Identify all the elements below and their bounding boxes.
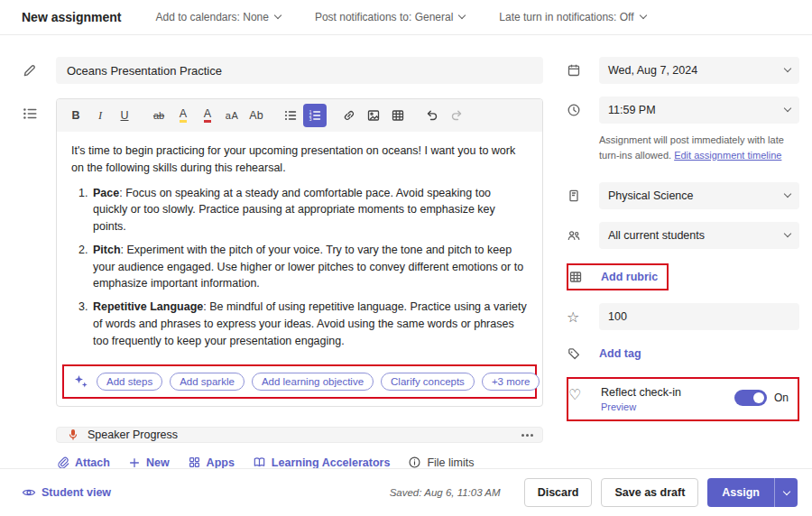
add-sparkle-pill[interactable]: Add sparkle <box>170 373 245 391</box>
redo-icon[interactable] <box>445 104 468 127</box>
add-learning-objective-pill[interactable]: Add learning objective <box>252 373 374 391</box>
chevron-down-icon <box>784 190 791 198</box>
assign-split-button: Assign <box>707 478 798 507</box>
reflect-preview-link[interactable]: Preview <box>601 401 734 412</box>
speaker-progress-icon <box>66 428 80 442</box>
editor-toolbar: B I U ab A A aA Ab 123 <box>57 99 542 132</box>
attachment-card[interactable]: Speaker Progress <box>56 427 543 443</box>
add-to-calendars-label: Add to calendars: None <box>155 11 268 23</box>
info-icon <box>408 456 421 469</box>
due-time-row: 11:59 PM <box>567 97 799 124</box>
heart-icon: ♡ <box>568 386 601 403</box>
list-item: Pitch: Experiment with the pitch of your… <box>91 242 528 292</box>
title-row <box>22 57 543 84</box>
insert-image-icon[interactable] <box>362 104 385 127</box>
students-select[interactable]: All current students <box>599 222 799 249</box>
insert-table-icon[interactable] <box>386 104 410 127</box>
more-options-icon[interactable] <box>521 434 533 437</box>
reflect-toggle[interactable] <box>734 390 767 406</box>
rich-text-editor: B I U ab A A aA Ab 123 <box>56 98 543 407</box>
chevron-down-icon <box>784 230 791 237</box>
pencil-icon <box>22 63 56 78</box>
attachment-name: Speaker Progress <box>88 428 178 441</box>
due-date-row: Wed, Aug 7, 2024 <box>567 57 799 84</box>
assign-button[interactable]: Assign <box>707 478 774 507</box>
tag-icon <box>567 346 599 361</box>
save-as-draft-button[interactable]: Save as draft <box>601 478 698 507</box>
apps-button[interactable]: Apps <box>188 456 235 469</box>
link-icon[interactable] <box>337 104 361 127</box>
timeline-note: Assignment will post immediately with la… <box>599 133 799 162</box>
due-date-select[interactable]: Wed, Aug 7, 2024 <box>599 57 799 84</box>
list-item: Repetitive Language: Be mindful of using… <box>91 299 528 349</box>
apps-grid-icon <box>188 456 201 469</box>
add-rubric-button[interactable]: Add rubric <box>601 271 658 283</box>
add-rubric-annotation-box: Add rubric <box>567 263 669 290</box>
assignment-form: B I U ab A A aA Ab 123 <box>22 35 543 468</box>
student-view-button[interactable]: Student view <box>22 485 111 500</box>
late-turnin-label: Late turn in notifications: Off <box>499 11 633 23</box>
people-icon <box>567 228 599 243</box>
assignment-title-input[interactable] <box>56 57 543 84</box>
main-content: B I U ab A A aA Ab 123 <box>0 35 812 468</box>
late-turnin-menu[interactable]: Late turn in notifications: Off <box>499 11 645 23</box>
new-button[interactable]: New <box>128 456 170 469</box>
clear-format-button[interactable]: Ab <box>245 104 268 127</box>
add-to-calendars-menu[interactable]: Add to calendars: None <box>155 11 280 23</box>
highlight-button[interactable]: A <box>171 104 195 127</box>
chevron-down-icon <box>782 488 789 495</box>
points-row: ☆ 100 <box>567 303 799 330</box>
reflect-annotation-box: ♡ Reflect check-in Preview On <box>567 377 799 421</box>
learning-accelerators-button[interactable]: Learning Accelerators <box>253 456 391 469</box>
reflect-info: Reflect check-in Preview <box>601 386 734 412</box>
points-field[interactable]: 100 <box>599 303 799 330</box>
clarify-concepts-pill[interactable]: Clarify concepts <box>381 373 475 391</box>
discard-button[interactable]: Discard <box>524 478 593 507</box>
calendar-icon <box>567 63 599 78</box>
toggle-state-label: On <box>774 392 789 404</box>
font-size-button[interactable]: aA <box>220 104 244 127</box>
add-steps-pill[interactable]: Add steps <box>97 373 162 391</box>
italic-button[interactable]: I <box>88 104 112 127</box>
strikethrough-button[interactable]: ab <box>147 104 171 127</box>
subject-icon <box>567 189 599 203</box>
chevron-down-icon <box>784 65 791 72</box>
learning-accelerators-icon <box>253 456 266 469</box>
rubric-grid-icon <box>568 270 601 284</box>
star-icon: ☆ <box>567 309 599 326</box>
due-time-select[interactable]: 11:59 PM <box>599 97 799 124</box>
students-row: All current students <box>567 222 799 249</box>
footer-bar: Student view Saved: Aug 6, 11:03 AM Disc… <box>0 469 812 516</box>
sparkle-icon <box>73 373 89 390</box>
assignment-settings-sidebar: Wed, Aug 7, 2024 11:59 PM Assignment wil… <box>567 35 799 468</box>
edit-timeline-link[interactable]: Edit assignment timeline <box>674 150 781 161</box>
toggle-knob <box>753 392 764 403</box>
instructions-editor[interactable]: It's time to begin practicing for your u… <box>57 132 542 361</box>
subject-select[interactable]: Physical Science <box>599 182 799 209</box>
ai-suggestions-annotation-box: Add steps Add sparkle Add learning objec… <box>62 364 537 399</box>
file-limits-button[interactable]: File limits <box>408 456 474 469</box>
plus-icon <box>128 456 141 469</box>
top-bar: New assignment Add to calendars: None Po… <box>0 0 812 34</box>
bullet-list-button[interactable] <box>279 104 302 127</box>
chevron-down-icon <box>458 12 466 19</box>
subject-row: Physical Science <box>567 182 799 209</box>
bold-button[interactable]: B <box>64 104 88 127</box>
instructions-list: Pace: Focus on speaking at a steady and … <box>71 185 528 350</box>
eye-icon <box>22 485 36 500</box>
underline-button[interactable]: U <box>113 104 136 127</box>
undo-icon[interactable] <box>420 104 444 127</box>
more-suggestions-pill[interactable]: +3 more <box>482 373 540 391</box>
instructions-icon <box>22 98 56 407</box>
post-notifications-menu[interactable]: Post notifications to: General <box>315 11 465 23</box>
assign-dropdown-button[interactable] <box>774 478 798 507</box>
attachment-actions: Attach New Apps Learning Accelerators <box>56 456 543 469</box>
instructions-intro: It's time to begin practicing for your u… <box>71 143 528 177</box>
chevron-down-icon <box>274 12 281 19</box>
chevron-down-icon <box>784 105 791 112</box>
numbered-list-button[interactable]: 123 <box>303 104 327 127</box>
font-color-button[interactable]: A <box>196 104 219 127</box>
add-tag-button[interactable]: Add tag <box>599 347 641 360</box>
saved-timestamp: Saved: Aug 6, 11:03 AM <box>390 487 501 498</box>
attach-button[interactable]: Attach <box>56 456 110 469</box>
